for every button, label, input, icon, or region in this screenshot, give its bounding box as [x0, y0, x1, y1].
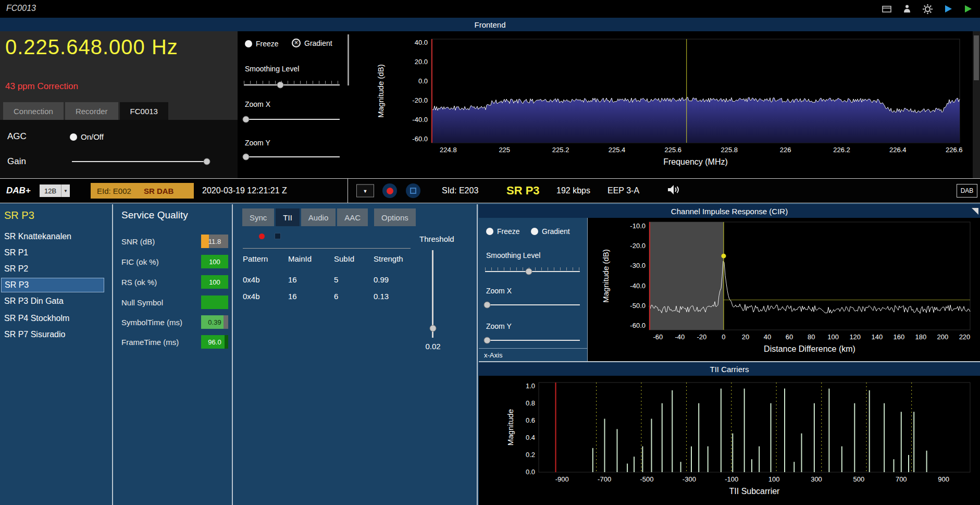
service-item[interactable]: SR P7 Sisuradio — [1, 327, 104, 342]
null-symbol-label: Null Symbol — [121, 295, 163, 310]
svg-text:140: 140 — [871, 333, 883, 341]
speaker-icon[interactable] — [667, 184, 680, 198]
svg-text:225.4: 225.4 — [609, 146, 626, 154]
stop-indicator-icon[interactable] — [275, 233, 281, 239]
smoothing-slider[interactable] — [244, 84, 340, 85]
tab-options[interactable]: Options — [374, 208, 416, 226]
agc-radio[interactable] — [70, 133, 77, 141]
tii-table-header: Pattern MainId SubId Strength — [243, 254, 420, 263]
tab-audio[interactable]: Audio — [301, 208, 336, 226]
cir-smoothing-slider[interactable] — [485, 271, 580, 272]
tuner-panel: 0.225.648.000 Hz 43 ppm Correction Conne… — [0, 31, 238, 178]
frametime-label: FrameTime (ms) — [121, 335, 179, 349]
svg-text:80: 80 — [808, 333, 815, 341]
record-button[interactable] — [382, 183, 397, 198]
svg-text:160: 160 — [893, 333, 904, 341]
cir-freeze-radio[interactable] — [486, 228, 493, 235]
fic-value: 100 — [201, 255, 228, 268]
cir-smoothing-slider-handle[interactable] — [525, 268, 532, 275]
svg-text:0.0: 0.0 — [526, 468, 535, 476]
spectrum-chart[interactable]: 224.8225225.2225.4225.6225.8226226.2226.… — [350, 31, 973, 178]
fic-gauge: 100 — [201, 255, 228, 268]
about-icon[interactable] — [902, 4, 912, 14]
vertical-slider[interactable] — [348, 34, 349, 85]
tab-aac[interactable]: AAC — [337, 208, 368, 226]
cir-gradient-radio[interactable] — [531, 228, 538, 235]
frametime-gauge: 96.0 — [201, 335, 228, 349]
service-quality-panel: Service Quality SNR (dB) 11.8 FIC (ok %)… — [114, 204, 233, 505]
zoom-x-slider-handle[interactable] — [243, 116, 250, 123]
svg-text:226.2: 226.2 — [833, 146, 850, 154]
svg-text:200: 200 — [937, 333, 949, 341]
main-area: SR P3 SR Knattekanalen SR P1 SR P2 SR P3… — [0, 204, 980, 505]
tab-sync[interactable]: Sync — [242, 208, 274, 226]
service-item[interactable]: SR P1 — [1, 245, 104, 260]
fc0013-tab-content: AGC On/Off Gain — [0, 120, 238, 178]
gradient-radio[interactable] — [292, 39, 301, 47]
frequency-display: 0.225.648.000 Hz — [5, 35, 178, 59]
cir-zoom-y-slider[interactable] — [485, 340, 580, 341]
window-icon[interactable] — [882, 4, 892, 14]
svg-text:-40: -40 — [675, 333, 685, 341]
threshold-slider-handle[interactable] — [429, 325, 436, 332]
svg-text:0.6: 0.6 — [526, 416, 535, 424]
play-blue-icon[interactable] — [944, 4, 953, 14]
freeze-radio[interactable] — [245, 40, 252, 47]
service-item[interactable]: SR P3 Din Gata — [1, 294, 104, 309]
cir-zoom-x-slider-handle[interactable] — [484, 302, 491, 309]
tab-tii[interactable]: TII — [276, 208, 300, 226]
tab-connection[interactable]: Connection — [3, 102, 64, 120]
gradient-label: Gradient — [304, 39, 332, 47]
window-title: FC0013 — [6, 4, 36, 13]
svg-text:180: 180 — [915, 333, 927, 341]
gain-slider-handle[interactable] — [203, 158, 210, 165]
svg-text:0.4: 0.4 — [526, 434, 535, 441]
service-item[interactable]: SR P2 — [1, 262, 104, 276]
service-item[interactable]: SR P4 Stockholm — [1, 311, 104, 326]
svg-text:-40.0: -40.0 — [412, 116, 428, 124]
channel-select[interactable]: 12B ▼ — [40, 184, 70, 197]
svg-text:20: 20 — [742, 333, 749, 341]
svg-text:300: 300 — [811, 475, 822, 483]
zoom-y-slider[interactable] — [244, 156, 340, 157]
spectrum-scrollbar[interactable] — [973, 31, 980, 178]
snr-label: SNR (dB) — [121, 235, 155, 249]
svg-text:-50.0: -50.0 — [630, 302, 646, 310]
service-list-panel: SR P3 SR Knattekanalen SR P1 SR P2 SR P3… — [0, 204, 113, 505]
cell: 0.13 — [374, 292, 420, 301]
svg-text:1.0: 1.0 — [526, 382, 535, 390]
play-green-icon[interactable] — [963, 4, 973, 14]
svg-text:0.2: 0.2 — [526, 451, 535, 459]
tii-carriers-header: TII Carriers — [479, 362, 980, 376]
cir-controls: Freeze Gradient Smoothing Level Zoom X Z… — [479, 218, 588, 361]
channel-value: 12B — [40, 187, 61, 195]
settings-icon[interactable] — [922, 4, 933, 15]
tab-recorder[interactable]: Recorder — [65, 102, 118, 120]
svg-text:226.4: 226.4 — [889, 146, 907, 154]
bitrate-label: 192 kbps — [556, 186, 590, 195]
cir-zoom-y-slider-handle[interactable] — [484, 337, 491, 344]
threshold-slider[interactable] — [432, 250, 433, 338]
cir-zoom-x-slider[interactable] — [485, 304, 580, 305]
service-item[interactable]: SR Knattekanalen — [1, 229, 104, 244]
col-strength: Strength — [374, 254, 420, 263]
zoom-x-slider[interactable] — [244, 119, 340, 120]
dab-status-bar: DAB+ 12B ▼ EId: E002 SR DAB 2020-03-19 1… — [0, 178, 980, 203]
col-mainid: MainId — [288, 254, 334, 263]
service-item-selected[interactable]: SR P3 — [1, 278, 104, 292]
titlebar-icons — [882, 0, 973, 18]
scrollbar-thumb[interactable] — [974, 35, 979, 80]
stop-button[interactable] — [406, 183, 420, 198]
smoothing-slider-handle[interactable] — [277, 82, 283, 89]
freeze-label: Freeze — [256, 40, 279, 48]
svg-text:226: 226 — [780, 146, 791, 154]
resize-grip-icon[interactable] — [972, 208, 978, 215]
svg-text:100: 100 — [768, 475, 780, 483]
gain-slider[interactable] — [72, 161, 209, 162]
zoom-y-slider-handle[interactable] — [243, 154, 250, 161]
svg-text:-100: -100 — [725, 475, 738, 483]
record-dropdown-button[interactable]: ▼ — [356, 184, 374, 198]
record-indicator-icon[interactable] — [259, 233, 265, 239]
tab-fc0013[interactable]: FC0013 — [120, 102, 168, 120]
svg-text:Magnitude (dB): Magnitude (dB) — [601, 249, 610, 303]
